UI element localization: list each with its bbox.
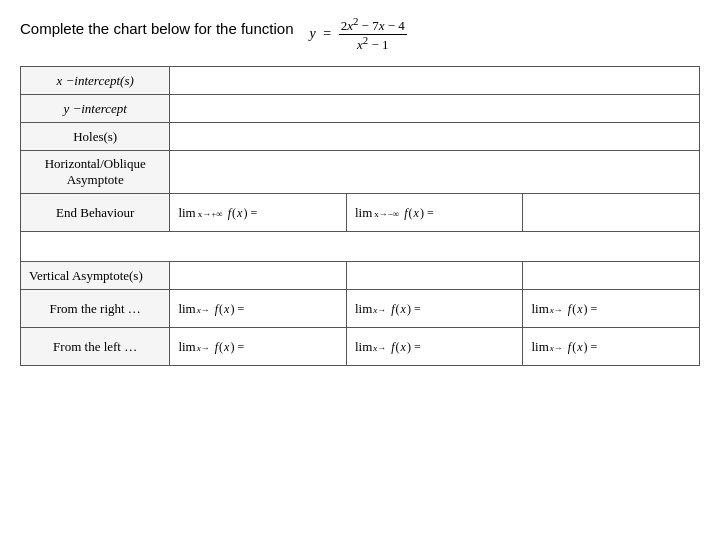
x-intercept-value: [170, 67, 700, 95]
formula-y: y: [310, 26, 316, 42]
from-left-lim3: limx→ f(x) =: [523, 328, 700, 366]
va-header-col3: [346, 262, 523, 290]
asymptote-label: Horizontal/ObliqueAsymptote: [21, 151, 170, 194]
spacer-cell: [21, 232, 700, 262]
y-intercept-label: y −intercept: [21, 95, 170, 123]
table-row: x −intercept(s): [21, 67, 700, 95]
lim1-expr: lim x→+∞ f(x) =: [178, 205, 257, 221]
table-row: Holes(s): [21, 123, 700, 151]
from-left-row: From the left … limx→ f(x) = limx→ f(x) …: [21, 328, 700, 366]
end-behaviour-empty: [523, 194, 700, 232]
va-header-col2: [170, 262, 347, 290]
from-left-lim1: limx→ f(x) =: [170, 328, 347, 366]
lim2-expr: lim x→−∞ f(x) =: [355, 205, 434, 221]
end-behaviour-label: End Behaviour: [21, 194, 170, 232]
holes-value: [170, 123, 700, 151]
y-intercept-value: [170, 95, 700, 123]
table-row: Horizontal/ObliqueAsymptote: [21, 151, 700, 194]
asymptote-value: [170, 151, 700, 194]
end-behaviour-lim1: lim x→+∞ f(x) =: [170, 194, 347, 232]
chart-table: x −intercept(s) y −intercept Holes(s) Ho…: [20, 66, 700, 366]
from-right-lim2: limx→ f(x) =: [346, 290, 523, 328]
vertical-asymptote-header-row: Vertical Asymptote(s): [21, 262, 700, 290]
from-left-label: From the left …: [21, 328, 170, 366]
title-row: Complete the chart below for the functio…: [20, 16, 700, 52]
spacer-row: [21, 232, 700, 262]
vertical-asymptote-header: Vertical Asymptote(s): [21, 262, 170, 290]
from-right-row: From the right … limx→ f(x) = limx→ f(x)…: [21, 290, 700, 328]
lim1-sub: x→+∞: [198, 209, 223, 219]
formula: y = 2x2 − 7x − 4 x2 − 1: [310, 16, 407, 52]
instruction-text: Complete the chart below for the functio…: [20, 16, 294, 37]
holes-label: Holes(s): [21, 123, 170, 151]
formula-denominator: x2 − 1: [355, 35, 391, 53]
from-right-lim1: limx→ f(x) =: [170, 290, 347, 328]
formula-equals: =: [320, 26, 335, 42]
table-row: y −intercept: [21, 95, 700, 123]
from-right-label: From the right …: [21, 290, 170, 328]
va-header-col4: [523, 262, 700, 290]
end-behaviour-row: End Behaviour lim x→+∞ f(x) = lim x→−∞ f…: [21, 194, 700, 232]
from-left-lim2: limx→ f(x) =: [346, 328, 523, 366]
x-intercept-label: x −intercept(s): [21, 67, 170, 95]
formula-numerator: 2x2 − 7x − 4: [339, 16, 407, 35]
from-right-lim3: limx→ f(x) =: [523, 290, 700, 328]
end-behaviour-lim2: lim x→−∞ f(x) =: [346, 194, 523, 232]
lim2-sub: x→−∞: [374, 209, 399, 219]
formula-fraction: 2x2 − 7x − 4 x2 − 1: [339, 16, 407, 52]
